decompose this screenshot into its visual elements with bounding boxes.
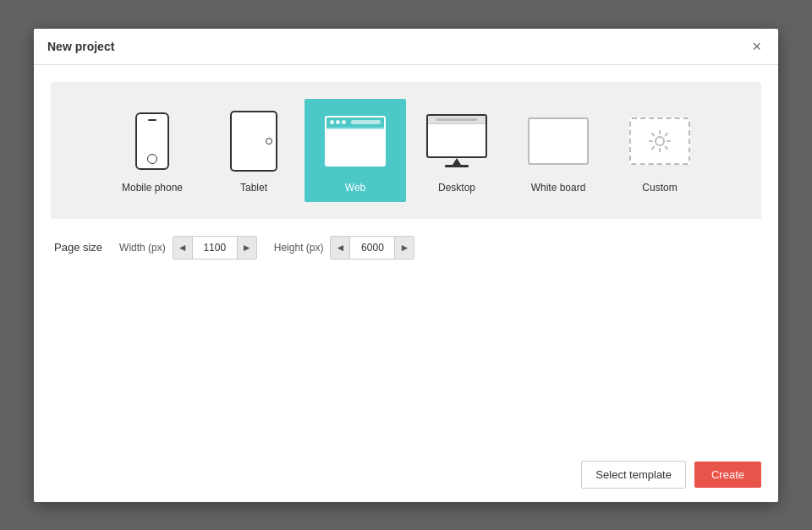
height-input[interactable] [349,237,395,259]
mobile-icon [135,112,169,170]
height-increment-button[interactable]: ► [395,237,414,259]
width-increment-button[interactable]: ► [238,237,256,259]
template-item-mobile[interactable]: Mobile phone [102,99,203,202]
tablet-icon-wrap [230,107,277,175]
content-spacer [51,276,761,434]
tablet-icon [230,111,277,172]
web-icon-wrap [325,107,386,175]
dialog-body: Mobile phone Tablet [34,65,778,451]
web-icon [325,116,386,167]
pagesize-label: Page size [54,241,102,254]
template-label-mobile: Mobile phone [122,182,183,194]
close-button[interactable]: × [749,37,765,56]
width-input[interactable] [192,237,238,259]
web-dot-3 [342,120,346,124]
template-label-web: Web [345,182,365,194]
template-item-custom[interactable]: Custom [609,99,710,202]
desktop-icon [426,114,487,167]
create-button[interactable]: Create [694,462,761,488]
mobile-icon-wrap [135,107,169,175]
web-address-bar [351,120,381,124]
template-item-web[interactable]: Web [304,99,406,202]
height-label: Height (px) [274,242,324,254]
template-item-tablet[interactable]: Tablet [203,99,304,202]
web-bar [326,117,384,129]
dialog-header: New project × [34,29,778,65]
template-item-whiteboard[interactable]: White board [508,99,609,202]
desktop-base [445,165,469,167]
whiteboard-icon [528,117,589,165]
width-stepper: ◄ ► [173,236,257,260]
desktop-bar-line [436,118,477,121]
desktop-bar [428,116,486,124]
height-decrement-button[interactable]: ◄ [331,237,349,259]
dialog-title: New project [47,40,114,53]
gear-icon [646,128,673,155]
width-field: Width (px) ◄ ► [119,236,257,260]
web-dot-2 [336,120,340,124]
template-label-custom: Custom [642,182,677,194]
template-grid: Mobile phone Tablet [51,82,761,219]
template-label-whiteboard: White board [531,182,586,194]
svg-point-0 [656,137,664,145]
select-template-button[interactable]: Select template [581,461,686,489]
dialog-footer: Select template Create [34,451,778,502]
width-decrement-button[interactable]: ◄ [173,237,192,259]
desktop-screen [426,114,487,158]
custom-icon [629,117,690,165]
template-item-desktop[interactable]: Desktop [406,99,508,202]
height-stepper: ◄ ► [330,236,414,260]
desktop-icon-wrap [426,107,487,175]
whiteboard-icon-wrap [528,107,589,175]
width-label: Width (px) [119,242,166,254]
pagesize-row: Page size Width (px) ◄ ► Height (px) ◄ ► [51,236,761,260]
height-field: Height (px) ◄ ► [274,236,415,260]
template-label-desktop: Desktop [438,182,475,194]
template-label-tablet: Tablet [240,182,267,194]
desktop-stand [453,158,461,165]
web-dot-1 [330,120,334,124]
new-project-dialog: New project × Mobile phone Tablet [34,29,778,502]
custom-icon-wrap [629,107,690,175]
